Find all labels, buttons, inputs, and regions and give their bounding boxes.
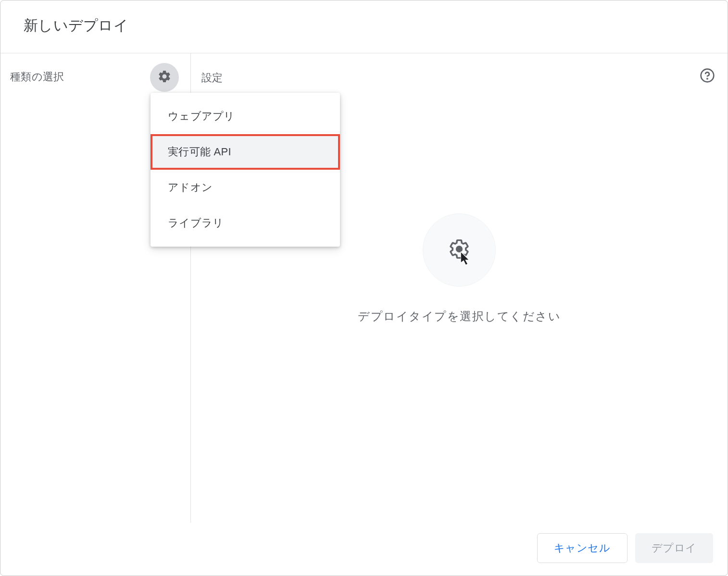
gear-icon (157, 69, 172, 86)
dropdown-item-addon[interactable]: アドオン (151, 170, 340, 205)
deploy-button[interactable]: デプロイ (635, 533, 713, 563)
deploy-type-dropdown: ウェブアプリ 実行可能 API アドオン ライブラリ (151, 93, 340, 247)
settings-label: 設定 (201, 68, 223, 85)
dropdown-item-executable-api[interactable]: 実行可能 API (151, 134, 340, 170)
type-selection-label: 種類の選択 (10, 67, 64, 84)
help-button[interactable] (698, 67, 717, 86)
dialog-header: 新しいデプロイ (0, 0, 728, 53)
new-deploy-dialog: 新しいデプロイ 種類の選択 設定 (0, 0, 728, 576)
empty-state-text: デプロイタイプを選択してください (358, 309, 561, 324)
dialog-title: 新しいデプロイ (24, 16, 704, 36)
dropdown-item-web-app[interactable]: ウェブアプリ (151, 99, 340, 134)
dialog-body: 種類の選択 設定 (0, 53, 728, 523)
dropdown-item-library[interactable]: ライブラリ (151, 205, 340, 241)
gear-icon (448, 238, 470, 262)
help-icon (700, 68, 715, 85)
svg-point-1 (707, 78, 707, 79)
settings-row: 設定 (201, 67, 717, 86)
empty-state-icon-circle (423, 213, 496, 287)
svg-point-2 (457, 247, 462, 252)
dialog-footer: キャンセル デプロイ (0, 523, 728, 576)
cancel-button[interactable]: キャンセル (537, 533, 628, 563)
type-selection-gear-button[interactable] (150, 63, 179, 92)
